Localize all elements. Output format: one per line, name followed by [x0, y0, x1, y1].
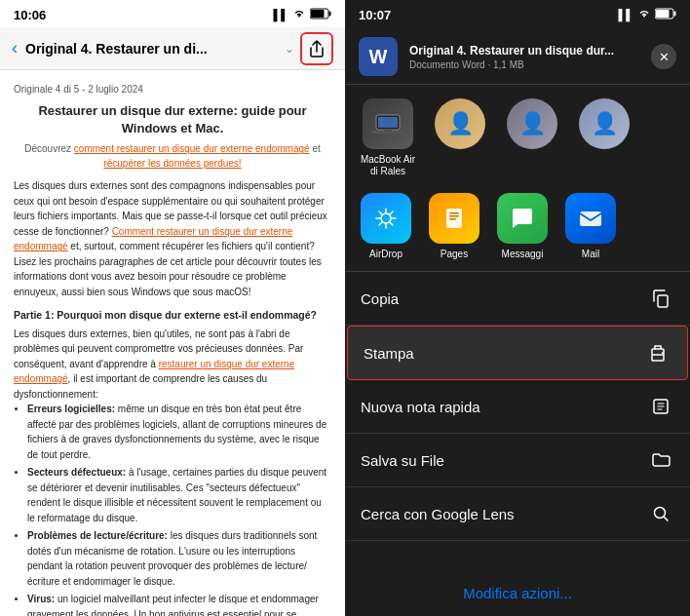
modify-label: Modifica azioni... — [463, 585, 572, 601]
share-header-info: Original 4. Restaurer un disque dur... D… — [409, 44, 639, 70]
close-button[interactable]: ✕ — [651, 44, 676, 69]
left-panel: 10:06 ▌▌ ‹ Original 4. Restaurer un di..… — [0, 0, 345, 616]
recipient-2[interactable]: 👤 — [503, 98, 561, 177]
avatar-1: 👤 — [435, 98, 485, 149]
share-header: W Original 4. Restaurer un disque dur...… — [345, 27, 690, 85]
app-messaggi[interactable]: Messaggi — [495, 193, 550, 259]
document-content: Originale 4 di 5 - 2 luglio 2024 Restaur… — [0, 70, 345, 616]
share-doc-sub: Documento Word · 1,1 MB — [409, 59, 639, 70]
messaggi-icon — [497, 193, 548, 244]
right-panel: 10:07 ▌▌ W Original 4. Restaurer un disq… — [345, 0, 690, 616]
nav-title: Original 4. Restaurer un di... — [25, 41, 279, 57]
doc-intro: Découvrez comment restaurer un disque du… — [14, 141, 331, 171]
app-airdrop[interactable]: AirDrop — [359, 193, 413, 259]
share-doc-title: Original 4. Restaurer un disque dur... — [409, 44, 639, 58]
left-status-bar: 10:06 ▌▌ — [0, 0, 345, 27]
svg-rect-7 — [378, 117, 398, 128]
right-status-icons: ▌▌ — [618, 8, 676, 21]
stampa-label: Stampa — [364, 345, 414, 362]
wifi-icon — [637, 9, 651, 20]
svg-rect-5 — [656, 10, 670, 18]
svg-rect-13 — [449, 218, 456, 220]
recipients-row: MacBook Airdi Rales 👤 👤 👤 — [345, 85, 690, 185]
battery-icon — [655, 8, 676, 21]
word-icon-letter: W — [369, 46, 388, 68]
svg-rect-15 — [658, 295, 668, 307]
battery-icon — [310, 8, 331, 21]
signal-icon: ▌▌ — [273, 9, 288, 20]
nota-label: Nuova nota rapida — [361, 399, 480, 415]
right-status-bar: 10:07 ▌▌ — [345, 0, 690, 27]
action-cerca[interactable]: Cerca con Google Lens — [345, 487, 690, 541]
pages-icon — [429, 193, 479, 244]
print-icon — [644, 339, 671, 366]
left-status-icons: ▌▌ — [273, 8, 331, 21]
modify-actions-button[interactable]: Modifica azioni... — [345, 571, 690, 616]
search-icon — [647, 500, 674, 527]
mail-label: Mail — [582, 249, 599, 259]
doc-subtitle: Originale 4 di 5 - 2 luglio 2024 — [14, 82, 331, 96]
folder-icon — [647, 446, 674, 474]
section1-title: Partie 1: Pourquoi mon disque dur extern… — [14, 307, 331, 323]
chevron-down-icon[interactable]: ⌄ — [285, 42, 294, 56]
avatar-2: 👤 — [507, 98, 557, 149]
recipient-macbook[interactable]: MacBook Airdi Rales — [359, 98, 417, 177]
macbook-label: MacBook Airdi Rales — [361, 154, 415, 177]
svg-rect-16 — [652, 355, 664, 361]
right-time: 10:07 — [359, 8, 391, 22]
action-copia[interactable]: Copia — [345, 272, 690, 326]
svg-rect-8 — [384, 131, 392, 132]
svg-line-20 — [665, 518, 669, 521]
signal-icon: ▌▌ — [618, 9, 633, 20]
svg-rect-12 — [449, 215, 459, 217]
action-stampa[interactable]: Stampa — [347, 326, 688, 380]
copia-label: Copia — [361, 290, 399, 307]
pages-label: Pages — [441, 249, 468, 259]
doc-icon: W — [359, 37, 398, 76]
left-time: 10:06 — [14, 8, 46, 22]
avatar-3: 👤 — [579, 98, 630, 149]
back-button[interactable]: ‹ — [12, 38, 18, 58]
mail-icon — [565, 193, 616, 244]
app-icons-row: AirDrop Pages Messaggi Mail — [345, 185, 690, 272]
macbook-avatar — [363, 98, 413, 149]
copy-icon — [647, 285, 674, 312]
share-button[interactable] — [300, 32, 333, 65]
svg-point-17 — [662, 352, 664, 354]
svg-rect-1 — [329, 12, 331, 17]
action-list: Copia Stampa Nuova nota rapida Salva su … — [345, 272, 690, 571]
action-nota[interactable]: Nuova nota rapida — [345, 380, 690, 434]
app-mail[interactable]: Mail — [563, 193, 618, 259]
svg-point-19 — [655, 508, 666, 519]
cerca-label: Cerca con Google Lens — [361, 506, 515, 522]
airdrop-icon — [361, 193, 411, 244]
airdrop-label: AirDrop — [369, 249, 402, 259]
left-nav-bar: ‹ Original 4. Restaurer un di... ⌄ — [0, 27, 345, 70]
salva-label: Salva su File — [361, 452, 444, 469]
messaggi-label: Messaggi — [502, 249, 544, 259]
recipient-3[interactable]: 👤 — [575, 98, 633, 177]
wifi-icon — [292, 9, 306, 20]
svg-rect-14 — [580, 212, 601, 226]
action-salva[interactable]: Salva su File — [345, 434, 690, 487]
doc-title: Restaurer un disque dur externe: guide p… — [14, 102, 331, 137]
recipient-1[interactable]: 👤 — [431, 98, 489, 177]
doc-body: Les disques durs externes sont des compa… — [14, 178, 331, 616]
svg-rect-2 — [311, 10, 325, 18]
svg-rect-4 — [674, 12, 676, 17]
svg-rect-11 — [449, 212, 459, 214]
app-pages[interactable]: Pages — [427, 193, 481, 259]
note-icon — [647, 393, 674, 420]
